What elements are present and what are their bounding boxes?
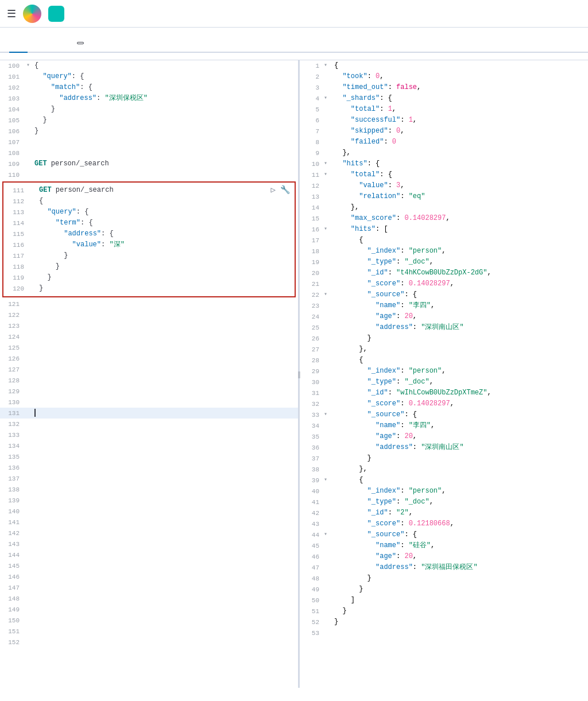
response-fold-gutter[interactable]: [324, 431, 332, 442]
line-content: }: [32, 126, 298, 136]
response-fold-gutter[interactable]: [324, 180, 332, 191]
tab-painless-lab[interactable]: [64, 33, 93, 53]
response-fold-gutter[interactable]: [324, 115, 332, 126]
fold-gutter[interactable]: ▾: [24, 60, 32, 71]
wrench-icon[interactable]: 🔧: [280, 185, 290, 195]
response-line-number: 10: [300, 158, 324, 169]
response-fold-gutter[interactable]: [324, 300, 332, 311]
response-line: 32 "_score": 0.14028297,: [300, 398, 588, 409]
response-line-number: 36: [300, 442, 324, 453]
response-fold-gutter[interactable]: [324, 257, 332, 268]
response-fold-gutter[interactable]: [324, 497, 332, 508]
editor-line: 121: [0, 299, 298, 309]
response-fold-gutter[interactable]: ▾: [324, 289, 332, 300]
tab-search-profiler[interactable]: [28, 42, 46, 53]
response-fold-gutter[interactable]: [324, 246, 332, 257]
response-fold-gutter[interactable]: [324, 453, 332, 464]
response-fold-gutter[interactable]: [324, 71, 332, 82]
response-fold-gutter[interactable]: [324, 464, 332, 475]
response-fold-gutter[interactable]: ▾: [324, 158, 332, 169]
response-fold-gutter[interactable]: [324, 268, 332, 278]
line-number: 130: [0, 397, 24, 408]
line-number: 105: [0, 115, 24, 126]
response-line: 43 "_score": 0.12180668,: [300, 518, 588, 529]
response-fold-gutter[interactable]: [324, 82, 332, 93]
tab-grok-debugger[interactable]: [46, 42, 64, 53]
response-line-content: "address": "深圳南山区": [332, 322, 588, 333]
response-fold-gutter[interactable]: [324, 540, 332, 551]
response-fold-gutter[interactable]: [324, 355, 332, 366]
response-fold-gutter[interactable]: [324, 235, 332, 246]
response-line-content: "name": "硅谷",: [332, 540, 588, 551]
response-fold-gutter[interactable]: [324, 398, 332, 409]
editor-line: 118 }: [3, 261, 295, 272]
response-fold-gutter[interactable]: [324, 377, 332, 388]
run-icon[interactable]: ▷: [271, 185, 276, 195]
response-line-number: 29: [300, 366, 324, 377]
editor-content[interactable]: 100▾{101 "query": {102 "match": {103 "ad…: [0, 60, 298, 688]
response-fold-gutter[interactable]: [324, 126, 332, 137]
response-fold-gutter[interactable]: ▾: [324, 475, 332, 486]
hamburger-icon[interactable]: ☰: [7, 7, 16, 20]
response-fold-gutter[interactable]: [324, 388, 332, 398]
response-fold-gutter[interactable]: [324, 617, 332, 628]
response-fold-gutter[interactable]: [324, 420, 332, 431]
response-fold-gutter[interactable]: [324, 518, 332, 529]
response-fold-gutter[interactable]: [324, 366, 332, 377]
response-fold-gutter[interactable]: [324, 551, 332, 562]
response-fold-gutter[interactable]: [324, 508, 332, 518]
response-fold-gutter[interactable]: [324, 595, 332, 606]
response-line-content: },: [332, 202, 588, 213]
response-fold-gutter[interactable]: [324, 584, 332, 595]
panel-divider[interactable]: ‖: [299, 60, 300, 688]
response-line: 5 "total": 1,: [300, 104, 588, 115]
response-fold-gutter[interactable]: [324, 628, 332, 638]
response-fold-gutter[interactable]: [324, 573, 332, 584]
line-number: 146: [0, 571, 24, 582]
response-line: 9 },: [300, 148, 588, 158]
editor-line: 114 "term": {: [3, 218, 295, 228]
response-fold-gutter[interactable]: [324, 137, 332, 148]
response-fold-gutter[interactable]: ▾: [324, 409, 332, 420]
response-fold-gutter[interactable]: [324, 213, 332, 224]
response-fold-gutter[interactable]: [324, 322, 332, 333]
response-fold-gutter[interactable]: [324, 344, 332, 355]
response-line-content: "hits": [: [332, 224, 588, 235]
response-line-number: 2: [300, 71, 324, 82]
response-fold-gutter[interactable]: [324, 606, 332, 617]
response-line: 49 }: [300, 584, 588, 595]
tab-console[interactable]: [9, 42, 28, 53]
response-fold-gutter[interactable]: [324, 104, 332, 115]
response-fold-gutter[interactable]: [324, 311, 332, 322]
response-line-content: },: [332, 464, 588, 475]
line-number: 137: [0, 473, 24, 484]
editor-line: 149: [0, 604, 298, 615]
response-line-number: 14: [300, 202, 324, 213]
line-number: 151: [0, 626, 24, 637]
response-panel[interactable]: 1▾{2 "took": 0,3 "timed_out": false,4▾ "…: [300, 60, 588, 688]
editor-line: 148: [0, 593, 298, 604]
editor-line: 132: [0, 419, 298, 429]
response-line: 31 "_id": "wIhLCowB0UbZzDpXTmeZ",: [300, 388, 588, 398]
response-fold-gutter[interactable]: [324, 486, 332, 497]
response-line-content: "address": "深圳福田保税区": [332, 562, 588, 573]
response-line-content: "_id": "t4hKCowB0UbZzDpX-2dG",: [332, 268, 588, 278]
response-fold-gutter[interactable]: ▾: [324, 60, 332, 71]
response-fold-gutter[interactable]: [324, 278, 332, 289]
response-fold-gutter[interactable]: [324, 191, 332, 202]
response-line-content: "_type": "_doc",: [332, 257, 588, 268]
response-fold-gutter[interactable]: [324, 333, 332, 344]
response-fold-gutter[interactable]: [324, 562, 332, 573]
response-line-content: "_source": {: [332, 289, 588, 300]
line-content: "term": {: [37, 218, 295, 228]
response-fold-gutter[interactable]: ▾: [324, 169, 332, 180]
line-number: 120: [5, 283, 29, 294]
response-fold-gutter[interactable]: ▾: [324, 529, 332, 540]
response-fold-gutter[interactable]: [324, 202, 332, 213]
response-fold-gutter[interactable]: ▾: [324, 224, 332, 235]
editor-line: 145: [0, 560, 298, 571]
response-fold-gutter[interactable]: [324, 442, 332, 453]
response-fold-gutter[interactable]: [324, 148, 332, 158]
response-fold-gutter[interactable]: ▾: [324, 93, 332, 104]
response-line: 24 "age": 20,: [300, 311, 588, 322]
